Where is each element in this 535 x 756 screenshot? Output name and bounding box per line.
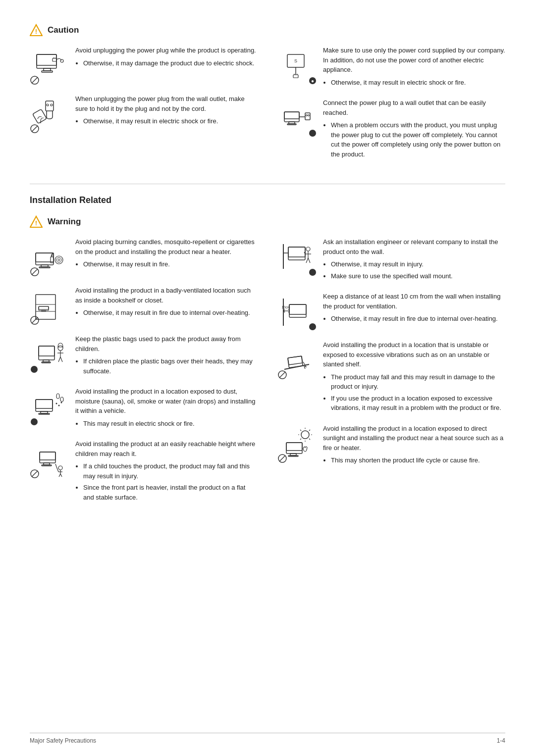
svg-rect-66 xyxy=(36,400,53,408)
caution-text-1: Avoid unplugging the power plug while th… xyxy=(75,46,258,70)
svg-rect-73 xyxy=(40,452,55,463)
svg-line-95 xyxy=(308,258,310,263)
warning-triangle-icon: ! xyxy=(30,215,43,228)
svg-rect-3 xyxy=(37,54,56,65)
svg-point-72 xyxy=(31,418,38,425)
svg-point-96 xyxy=(309,269,316,276)
svg-point-70 xyxy=(58,405,60,406)
warn-item-left-2: Avoid installing the product in a badly-… xyxy=(30,286,258,325)
warn-item-right-1: Ask an installation engineer or relevant… xyxy=(277,237,505,283)
svg-line-85 xyxy=(32,471,38,477)
warn-item-right-2: 10cm Keep a distance of at least 10 cm f… xyxy=(277,292,505,331)
svg-rect-68 xyxy=(39,413,50,414)
svg-rect-51 xyxy=(39,306,49,309)
svg-rect-30 xyxy=(305,113,310,120)
caution-right-col: S ● Make sure to use only the power cord… xyxy=(277,46,505,170)
info-dot-warn-3 xyxy=(30,365,39,374)
svg-line-62 xyxy=(58,357,60,362)
svg-rect-109 xyxy=(288,356,303,365)
svg-point-31 xyxy=(306,115,308,116)
warn-item-right-3: Avoid installing the product in a locati… xyxy=(277,340,505,415)
caution-right-item-1: S ● Make sure to use only the power cord… xyxy=(277,46,505,89)
svg-point-64 xyxy=(31,366,38,373)
info-dot-warn-4 xyxy=(30,417,39,426)
svg-text:●: ● xyxy=(311,78,314,84)
warning-right-col: Ask an installation engineer or relevant… xyxy=(277,237,505,513)
svg-line-111 xyxy=(279,372,285,378)
svg-point-13 xyxy=(47,104,49,106)
section-divider xyxy=(30,184,505,184)
svg-point-32 xyxy=(308,115,310,116)
warn-img-left-4 xyxy=(30,387,69,426)
warn-img-right-4 xyxy=(277,424,317,463)
svg-rect-86 xyxy=(288,247,305,260)
warn-item-left-4: Avoid installing the product in a locati… xyxy=(30,387,258,430)
svg-text:!: ! xyxy=(35,219,37,227)
caution-title: Caution xyxy=(48,25,79,35)
caution-item-1: Avoid unplugging the power plug while th… xyxy=(30,46,258,85)
caution-right-item-2: Connect the power plug to a wall outlet … xyxy=(277,98,505,161)
svg-line-63 xyxy=(60,357,62,362)
caution-right-text-2: Connect the power plug to a wall outlet … xyxy=(323,98,505,161)
warn-img-right-2: 10cm xyxy=(277,292,317,331)
warn-img-left-5 xyxy=(30,439,69,479)
svg-line-46 xyxy=(32,269,38,275)
installation-heading: Installation Related xyxy=(30,195,505,205)
warn-item-right-4: Avoid installing the product in a locati… xyxy=(277,424,505,467)
warning-columns: Avoid placing burning candles, mosquito-… xyxy=(30,237,505,513)
svg-rect-52 xyxy=(42,310,46,311)
caution-img-2 xyxy=(30,94,69,134)
svg-line-11 xyxy=(32,77,38,83)
svg-point-9 xyxy=(60,59,63,62)
svg-rect-55 xyxy=(39,346,54,360)
svg-rect-99 xyxy=(289,304,306,314)
footer-right: 1-4 xyxy=(497,737,505,744)
svg-text:10cm: 10cm xyxy=(281,305,290,309)
info-dot-warn-r2 xyxy=(308,322,317,331)
svg-line-117 xyxy=(300,430,301,431)
no-symbol-1 xyxy=(30,75,40,85)
svg-rect-74 xyxy=(40,452,55,460)
svg-point-14 xyxy=(51,104,53,106)
caution-text-2: When unplugging the power plug from the … xyxy=(75,94,258,128)
svg-point-106 xyxy=(309,323,316,330)
svg-point-59 xyxy=(58,346,63,351)
svg-rect-5 xyxy=(42,71,53,72)
warn-img-right-3 xyxy=(277,340,317,380)
svg-point-44 xyxy=(58,259,60,261)
caution-img-4 xyxy=(277,98,317,138)
svg-point-71 xyxy=(61,402,62,403)
svg-rect-58 xyxy=(42,362,51,363)
svg-line-54 xyxy=(32,317,38,323)
page-footer: Major Safety Precautions 1-4 xyxy=(30,733,505,744)
svg-rect-121 xyxy=(286,443,302,454)
warn-img-left-1 xyxy=(30,237,69,277)
svg-point-43 xyxy=(56,257,61,262)
warning-title: Warning xyxy=(48,217,81,227)
svg-rect-87 xyxy=(288,247,305,257)
info-dot-1: ● xyxy=(308,76,317,85)
svg-rect-29 xyxy=(287,124,296,125)
no-sym-warn-r3 xyxy=(277,370,287,380)
warn-img-left-2 xyxy=(30,286,69,325)
svg-line-94 xyxy=(306,258,308,263)
warn-img-right-1 xyxy=(277,237,317,277)
svg-rect-76 xyxy=(42,465,52,466)
svg-point-69 xyxy=(56,403,57,404)
warn-item-left-1: Avoid placing burning candles, mosquito-… xyxy=(30,237,258,277)
svg-point-34 xyxy=(309,130,316,137)
caution-header: ! Caution xyxy=(30,24,505,37)
svg-point-90 xyxy=(306,247,310,251)
svg-rect-56 xyxy=(39,346,54,356)
svg-rect-27 xyxy=(284,112,299,119)
svg-line-81 xyxy=(60,474,62,477)
svg-rect-124 xyxy=(288,455,298,456)
caution-item-2: When unplugging the power plug from the … xyxy=(30,94,258,134)
warn-img-left-3 xyxy=(30,334,69,374)
svg-line-126 xyxy=(279,455,285,461)
caution-left-col: Avoid unplugging the power plug while th… xyxy=(30,46,258,170)
svg-rect-6 xyxy=(53,58,56,61)
svg-rect-122 xyxy=(286,443,302,451)
svg-line-120 xyxy=(309,439,310,440)
no-sym-warn-5 xyxy=(30,469,40,479)
